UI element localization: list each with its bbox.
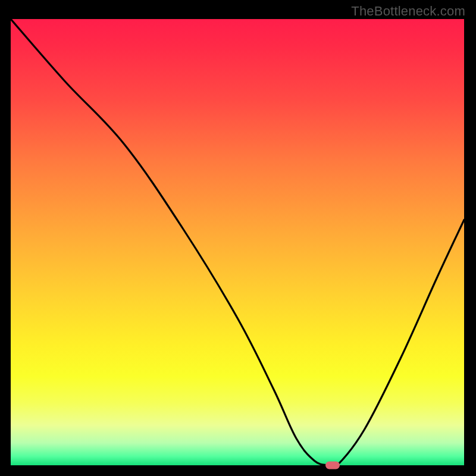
watermark-text: TheBottleneck.com bbox=[351, 4, 465, 19]
chart-svg bbox=[11, 19, 464, 465]
optimal-point-marker bbox=[325, 462, 340, 469]
bottleneck-curve bbox=[11, 19, 464, 465]
chart-area bbox=[11, 19, 464, 465]
